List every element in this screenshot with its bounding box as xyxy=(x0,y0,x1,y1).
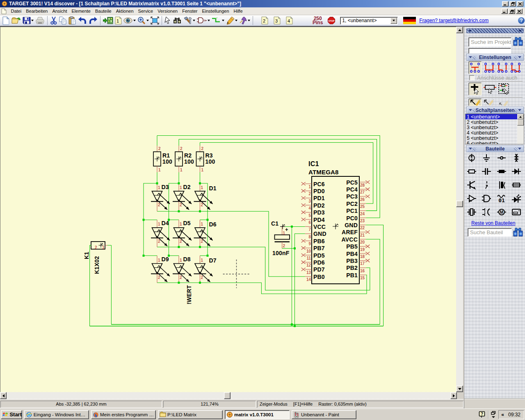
drag-edit-mode-2-button[interactable] xyxy=(484,99,496,106)
schematic-page-item-2[interactable]: 2 <unbenutzt> xyxy=(466,119,517,125)
view-dropdown-caret[interactable] xyxy=(133,20,136,21)
drag-edit-mode-3-button[interactable] xyxy=(498,100,511,106)
horizontal-scroll-thumb[interactable] xyxy=(224,392,231,399)
copy-button[interactable] xyxy=(58,16,68,25)
child-minimize-button[interactable] xyxy=(501,9,508,14)
menu-bearbeiten[interactable]: Bearbeiten xyxy=(24,8,50,14)
jumper-icon[interactable] xyxy=(482,180,491,189)
cut-button[interactable] xyxy=(49,16,58,25)
open-folder-button[interactable] xyxy=(11,16,22,25)
sheet-combobox[interactable]: 1, <unbenannt> xyxy=(340,17,398,25)
pages-scroll-thumb[interactable] xyxy=(517,119,524,126)
wire-route-mode-4-button[interactable] xyxy=(510,62,521,73)
pages-section-header[interactable]: Schaltplanseiten xyxy=(466,107,524,114)
fuse-icon[interactable] xyxy=(511,180,521,189)
crystal-icon[interactable] xyxy=(467,208,477,217)
smd-resistor-icon[interactable] xyxy=(497,167,507,176)
components-section-header[interactable]: Bauteile xyxy=(466,145,524,152)
help-balloon-icon[interactable]: ? xyxy=(479,411,486,418)
schematic-page-item-3[interactable]: 3 <unbenutzt> xyxy=(466,125,517,130)
page-2-button[interactable]: 2 xyxy=(260,16,269,25)
settings-section-header[interactable]: Einstellungen xyxy=(466,54,524,61)
child-close-button[interactable] xyxy=(516,9,523,14)
logic-gate-icon[interactable] xyxy=(482,194,491,203)
transistor-icon[interactable] xyxy=(467,180,477,189)
elco-capacitor-icon[interactable] xyxy=(497,180,507,189)
tools-button[interactable] xyxy=(183,16,196,25)
drag-edit-mode-1-button[interactable] xyxy=(468,98,482,106)
stop-button[interactable]: STOP xyxy=(327,16,336,25)
rest-of-components-link[interactable]: Reste von Bauteilen xyxy=(471,220,515,226)
capacitor-icon[interactable] xyxy=(482,167,491,176)
sheet-combobox-dropdown[interactable] xyxy=(390,18,397,24)
source-icon[interactable] xyxy=(467,153,477,162)
select-component-mode-button[interactable] xyxy=(484,84,497,94)
menu-versionen[interactable]: Versionen xyxy=(155,8,180,14)
clock-chevron[interactable]: « xyxy=(501,412,504,418)
fit-view-button[interactable] xyxy=(150,16,160,25)
menu-service[interactable]: Service xyxy=(136,8,155,14)
wire-route-mode-1-button[interactable] xyxy=(468,61,482,74)
page-3-button[interactable]: 3 xyxy=(273,16,281,25)
minimize-button[interactable] xyxy=(502,1,509,7)
schematic-page-item-4[interactable]: 4 <unbenutzt> xyxy=(466,130,517,135)
draw-pencil-button[interactable] xyxy=(225,16,238,25)
menu-hilfe[interactable]: Hilfe xyxy=(231,8,245,14)
pages-scroll-up-button[interactable] xyxy=(517,114,524,119)
taskbar-button-firefox[interactable]: Mein erstes Programm mi... xyxy=(91,410,156,419)
page-4-button[interactable]: 4 xyxy=(285,16,294,25)
cursor-tool-button[interactable] xyxy=(164,16,172,25)
sidebar-drag-handle[interactable] xyxy=(466,28,524,33)
help-button[interactable]: ? xyxy=(518,17,525,24)
close-button[interactable] xyxy=(517,1,523,7)
ground-icon[interactable] xyxy=(482,153,491,162)
schematic-pages-list[interactable]: 1 <unbenannt>2 <unbenutzt>3 <unbenutzt>4… xyxy=(465,114,524,144)
redo-button[interactable] xyxy=(88,16,98,25)
adc-icon[interactable]: 01 xyxy=(497,194,507,203)
scroll-right-button[interactable] xyxy=(450,392,457,399)
save-button[interactable] xyxy=(22,16,34,25)
page-1-button[interactable]: 1 xyxy=(114,16,123,25)
wire-button[interactable] xyxy=(211,16,225,25)
zoom-dropdown-caret[interactable] xyxy=(146,20,149,21)
search-project-binoculars-icon[interactable] xyxy=(513,37,523,47)
connections-also-checkbox[interactable]: Anschlüsse auch xyxy=(469,75,517,81)
menu-ansicht[interactable]: Ansicht xyxy=(50,8,69,14)
view-eye-button[interactable] xyxy=(123,16,137,25)
menu-einstellungen[interactable]: Einstellungen xyxy=(200,8,231,14)
schematic-canvas[interactable]: R110021R210021R310021D312D212D112D412D51… xyxy=(0,27,456,392)
child-restore-button[interactable] xyxy=(509,9,515,14)
start-button[interactable]: Start xyxy=(1,410,22,419)
tray-clock[interactable]: « 09:32 xyxy=(498,410,524,419)
schematic-page-item-5[interactable]: 5 <unbenutzt> xyxy=(466,135,517,141)
schematic-page-item-6[interactable]: 6 <unbenutzt> xyxy=(466,141,517,144)
menu-fenster[interactable]: Fenster xyxy=(180,8,200,14)
print-button[interactable] xyxy=(34,16,46,25)
taskbar-button-target3001[interactable]: matrix v1.0.T3001 xyxy=(225,410,290,419)
gate-dropdown-caret[interactable] xyxy=(208,20,210,21)
scroll-down-button[interactable] xyxy=(456,386,463,392)
paste-button[interactable] xyxy=(68,16,77,25)
save-dropdown-caret[interactable] xyxy=(31,20,34,21)
zoom-in-button[interactable] xyxy=(137,16,150,25)
support-link[interactable]: Fragen? target@ibfriedrich.com xyxy=(419,18,488,23)
hidden-icons-chevron[interactable] xyxy=(491,411,496,418)
wizard-dropdown-caret[interactable] xyxy=(248,20,250,21)
transformer-icon[interactable] xyxy=(511,153,521,162)
menu-datei[interactable]: Datei xyxy=(9,8,24,14)
checkbox-box[interactable] xyxy=(469,75,475,80)
connector-icon[interactable] xyxy=(497,153,507,162)
taskbar-button-internet-explorer[interactable]: Eingang - Windows Inter... xyxy=(24,410,89,419)
resistor-icon[interactable] xyxy=(467,167,477,176)
search-part-input[interactable]: Suche Bauteil xyxy=(468,228,512,237)
wire-route-mode-3-button[interactable] xyxy=(497,62,508,73)
select-cross-mode-button[interactable] xyxy=(468,82,482,96)
new-document-button[interactable] xyxy=(1,16,11,25)
search-binoculars-button[interactable] xyxy=(172,16,183,25)
led-icon[interactable] xyxy=(511,194,521,203)
scroll-left-button[interactable] xyxy=(0,392,7,399)
vertical-scroll-track[interactable] xyxy=(456,33,463,386)
taskbar-button-paint[interactable]: Unbenannt - Paint xyxy=(292,410,356,419)
display-icon[interactable] xyxy=(511,208,521,217)
search-part-binoculars-icon[interactable] xyxy=(513,227,523,238)
